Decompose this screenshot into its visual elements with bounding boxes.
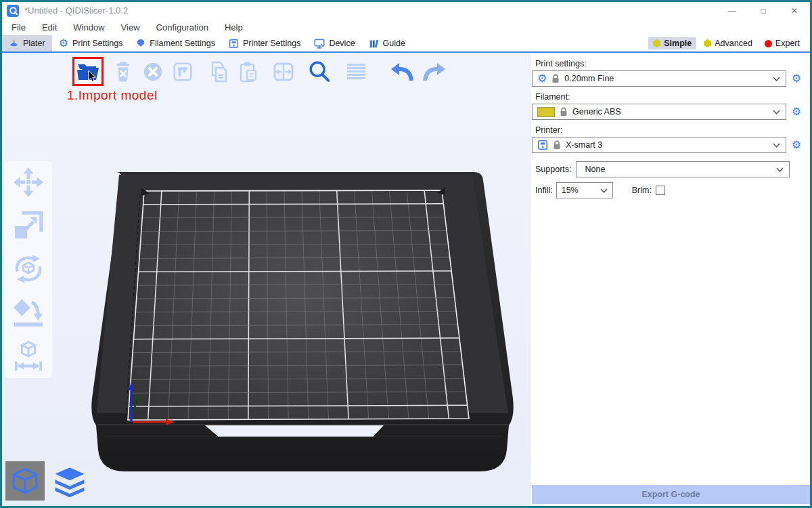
- print-settings-label: Print settings:: [535, 59, 803, 68]
- menu-file[interactable]: File: [7, 21, 30, 34]
- brim-checkbox[interactable]: [656, 186, 665, 195]
- tab-label: Guide: [383, 39, 405, 48]
- printer-icon: [229, 39, 239, 49]
- gear-icon: ⚙: [792, 106, 801, 117]
- mode-label: Advanced: [715, 39, 752, 48]
- menu-configuration[interactable]: Configuration: [152, 21, 212, 34]
- filament-spool-icon: [136, 39, 145, 48]
- view-mode-toggles: [5, 461, 89, 501]
- tab-printer-settings[interactable]: Printer Settings: [222, 35, 307, 51]
- device-monitor-icon: [314, 39, 325, 49]
- menu-edit[interactable]: Edit: [38, 21, 61, 34]
- 3d-editor-view-button[interactable]: [5, 461, 45, 501]
- supports-combo[interactable]: None: [576, 161, 790, 177]
- minimize-button[interactable]: —: [717, 2, 748, 19]
- filament-value: Generic ABS: [572, 107, 768, 117]
- scale-button[interactable]: [13, 210, 44, 241]
- export-gcode-button[interactable]: Export G-code: [532, 485, 810, 504]
- mode-simple-button[interactable]: Simple: [648, 37, 696, 49]
- menu-bar: File Edit Window View Configuration Help: [2, 19, 810, 35]
- supports-value: None: [581, 165, 771, 174]
- filament-color-swatch: [537, 107, 555, 117]
- tab-device[interactable]: Device: [307, 35, 361, 51]
- copy-button[interactable]: [206, 60, 231, 84]
- brim-label: Brim:: [632, 186, 652, 195]
- search-button[interactable]: [307, 60, 332, 84]
- scale-icon: [13, 210, 44, 241]
- maximize-button[interactable]: □: [748, 2, 779, 19]
- settings-panel: Print settings: ⚙ 0.20mm Fine ⚙ Filament…: [530, 53, 810, 506]
- trash-icon: [112, 61, 134, 83]
- menu-help[interactable]: Help: [221, 21, 247, 34]
- delete-button[interactable]: [111, 60, 135, 84]
- split-panes-icon: [272, 60, 295, 83]
- redo-button[interactable]: [422, 60, 446, 84]
- rotate-button[interactable]: [13, 253, 44, 284]
- window-title: *Untitled - QIDISlicer-1.0.2: [24, 5, 128, 16]
- layers-list-button[interactable]: [344, 60, 368, 84]
- paste-button[interactable]: [236, 60, 261, 84]
- mode-selector: Simple Advanced Expert: [648, 35, 810, 51]
- infill-value: 15%: [562, 186, 596, 195]
- print-settings-gear-button[interactable]: ⚙: [790, 73, 803, 84]
- mode-advanced-button[interactable]: Advanced: [699, 37, 757, 49]
- measure-button[interactable]: [13, 340, 44, 371]
- layers-list-icon: [344, 60, 367, 83]
- place-on-face-button[interactable]: [13, 297, 44, 328]
- gear-icon: ⚙: [792, 140, 801, 150]
- arrange-button[interactable]: [171, 60, 195, 84]
- tab-label: Device: [329, 39, 355, 48]
- printer-combo[interactable]: X-smart 3: [532, 137, 786, 153]
- paste-clipboard-icon: [237, 60, 260, 83]
- undo-button[interactable]: [390, 60, 415, 84]
- mode-label: Expert: [775, 39, 800, 48]
- app-window: *Untitled - QIDISlicer-1.0.2 — □ ✕ File …: [0, 0, 812, 508]
- split-to-objects-button[interactable]: [271, 60, 296, 84]
- mode-expert-button[interactable]: Expert: [760, 37, 805, 49]
- 3d-viewport[interactable]: 1.Import model: [2, 53, 530, 506]
- tab-plater[interactable]: Plater: [2, 35, 52, 51]
- supports-label: Supports:: [535, 165, 572, 174]
- print-bed-scene[interactable]: [2, 53, 530, 506]
- lock-icon: [553, 140, 561, 150]
- tab-label: Plater: [23, 39, 45, 48]
- plater-toolbar: [76, 60, 446, 84]
- chevron-down-icon: [773, 143, 780, 148]
- import-model-button[interactable]: [76, 60, 100, 84]
- app-logo-icon: [7, 5, 19, 17]
- expert-mode-dot-icon: [765, 40, 772, 47]
- filament-label: Filament:: [535, 92, 803, 102]
- move-icon: [13, 167, 44, 198]
- simple-mode-dot-icon: [653, 39, 660, 47]
- undo-arrow-icon: [390, 61, 415, 83]
- rotate-icon: [13, 253, 44, 284]
- printer-value: X-smart 3: [566, 140, 768, 150]
- chevron-down-icon: [773, 77, 780, 81]
- chevron-down-icon: [776, 167, 784, 172]
- title-bar: *Untitled - QIDISlicer-1.0.2 — □ ✕: [2, 2, 810, 19]
- chevron-down-icon: [773, 110, 780, 114]
- tutorial-annotation: 1.Import model: [67, 88, 158, 103]
- menu-window[interactable]: Window: [69, 21, 108, 34]
- chevron-down-icon: [600, 188, 608, 193]
- printer-label: Printer:: [535, 125, 803, 135]
- print-settings-value: 0.20mm Fine: [564, 74, 768, 83]
- plater-icon: [9, 39, 19, 49]
- tab-filament-settings[interactable]: Filament Settings: [129, 35, 222, 51]
- infill-combo[interactable]: 15%: [556, 182, 613, 198]
- print-settings-combo[interactable]: ⚙ 0.20mm Fine: [532, 70, 786, 87]
- redo-arrow-icon: [422, 61, 446, 83]
- gear-icon: ⚙: [537, 73, 547, 84]
- place-on-face-icon: [13, 297, 44, 328]
- tab-guide[interactable]: Guide: [362, 35, 412, 51]
- gizmo-toolbar: [5, 161, 52, 378]
- tab-print-settings[interactable]: ⚙ Print Settings: [52, 35, 130, 51]
- move-button[interactable]: [13, 167, 44, 198]
- filament-combo[interactable]: Generic ABS: [532, 104, 786, 120]
- preview-button[interactable]: [50, 461, 89, 501]
- delete-all-button[interactable]: [141, 60, 165, 84]
- menu-view[interactable]: View: [117, 21, 144, 34]
- filament-gear-button[interactable]: ⚙: [790, 106, 803, 117]
- close-button[interactable]: ✕: [779, 2, 810, 19]
- printer-gear-button[interactable]: ⚙: [790, 140, 803, 150]
